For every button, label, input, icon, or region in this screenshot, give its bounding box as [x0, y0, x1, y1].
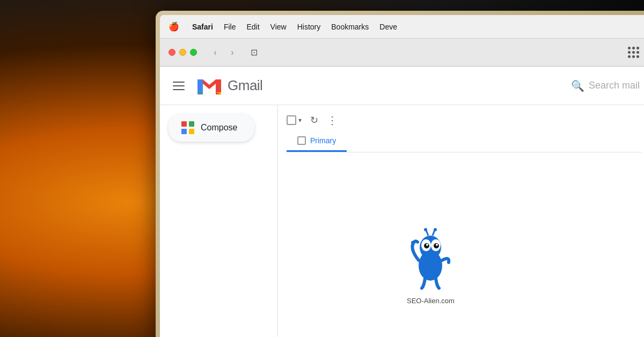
compose-label: Compose	[201, 123, 237, 133]
svg-rect-0	[197, 79, 203, 94]
hamburger-line	[173, 89, 185, 90]
grid-dot	[632, 47, 635, 49]
gmail-toolbar: ▾ ↻ ⋮	[287, 114, 642, 127]
grid-dot	[636, 51, 639, 54]
gmail-m-icon	[195, 75, 223, 97]
forward-button[interactable]: ›	[225, 45, 240, 60]
grid-dot	[628, 55, 631, 58]
grid-dot	[636, 47, 639, 49]
view-menu[interactable]: View	[270, 23, 287, 31]
gmail-area: Gmail 🔍 Search mail	[160, 67, 644, 337]
refresh-button[interactable]: ↻	[310, 114, 318, 126]
develop-menu[interactable]: Deve	[379, 23, 397, 31]
hamburger-line	[173, 82, 185, 83]
grid-dot	[628, 51, 631, 54]
compose-button[interactable]: Compose	[169, 114, 254, 142]
bookmarks-menu[interactable]: Bookmarks	[331, 23, 369, 31]
grid-icon	[628, 47, 639, 58]
search-area: 🔍 Search mail	[571, 79, 640, 92]
compose-button-area: Compose	[160, 114, 277, 150]
menu-bar: 🍎 Safari File Edit View History Bookmark…	[160, 15, 644, 39]
sidebar-toggle-button[interactable]: ⊡	[246, 45, 261, 60]
search-input-placeholder[interactable]: Search mail	[589, 80, 640, 91]
laptop-frame: 🍎 Safari File Edit View History Bookmark…	[156, 11, 644, 337]
search-icon: 🔍	[571, 79, 584, 92]
gmail-main: ▾ ↻ ⋮ Primary	[278, 105, 644, 337]
edit-menu[interactable]: Edit	[246, 23, 259, 31]
history-menu[interactable]: History	[297, 23, 321, 31]
traffic-lights	[169, 49, 197, 56]
svg-rect-5	[189, 129, 194, 134]
screen-content: 🍎 Safari File Edit View History Bookmark…	[160, 15, 644, 337]
svg-rect-4	[181, 129, 187, 134]
seo-watermark: SEO-Alien.com	[407, 297, 455, 305]
checkbox-dropdown[interactable]: ▾	[298, 116, 302, 124]
hamburger-line	[173, 85, 185, 86]
gmail-topbar: Gmail 🔍 Search mail	[160, 67, 644, 105]
seo-alien-overlay: SEO-Alien.com	[407, 228, 455, 305]
screen-area: 🍎 Safari File Edit View History Bookmark…	[160, 15, 644, 337]
svg-rect-3	[189, 121, 194, 127]
nav-buttons: ‹ ›	[208, 45, 240, 60]
more-options-button[interactable]: ⋮	[327, 114, 338, 127]
grid-dot	[628, 47, 631, 49]
tab-inbox-icon	[297, 136, 306, 145]
apple-menu[interactable]: 🍎	[169, 21, 179, 32]
svg-point-17	[434, 228, 437, 231]
tab-primary[interactable]: Primary	[287, 131, 347, 152]
svg-rect-1	[216, 79, 221, 94]
safari-menu[interactable]: Safari	[192, 23, 213, 31]
gmail-wordmark: Gmail	[228, 77, 262, 94]
gmail-logo: Gmail	[195, 75, 262, 97]
minimize-button[interactable]	[179, 49, 186, 56]
svg-rect-2	[181, 121, 187, 127]
maximize-button[interactable]	[190, 49, 197, 56]
grid-dot	[632, 55, 635, 58]
hamburger-menu-button[interactable]	[171, 79, 187, 92]
grid-dot	[632, 51, 635, 54]
back-button[interactable]: ‹	[208, 45, 223, 60]
svg-point-12	[426, 244, 428, 246]
gmail-body: Compose ▾ ↻ ⋮	[160, 105, 644, 337]
gmail-sidebar: Compose	[160, 105, 278, 337]
grid-dot	[636, 55, 639, 58]
select-all-checkbox[interactable]	[287, 115, 296, 125]
gmail-tabs: Primary	[287, 131, 642, 152]
compose-plus-icon	[181, 121, 194, 134]
svg-point-18	[411, 241, 414, 244]
select-checkbox-area: ▾	[287, 115, 302, 125]
file-menu[interactable]: File	[224, 23, 236, 31]
svg-point-15	[424, 228, 427, 231]
close-button[interactable]	[169, 49, 175, 56]
tab-primary-label: Primary	[310, 136, 336, 145]
svg-point-13	[436, 244, 438, 246]
seo-alien-figure	[409, 228, 452, 292]
browser-chrome: ‹ › ⊡	[160, 39, 644, 67]
grid-view-button[interactable]	[625, 44, 642, 61]
